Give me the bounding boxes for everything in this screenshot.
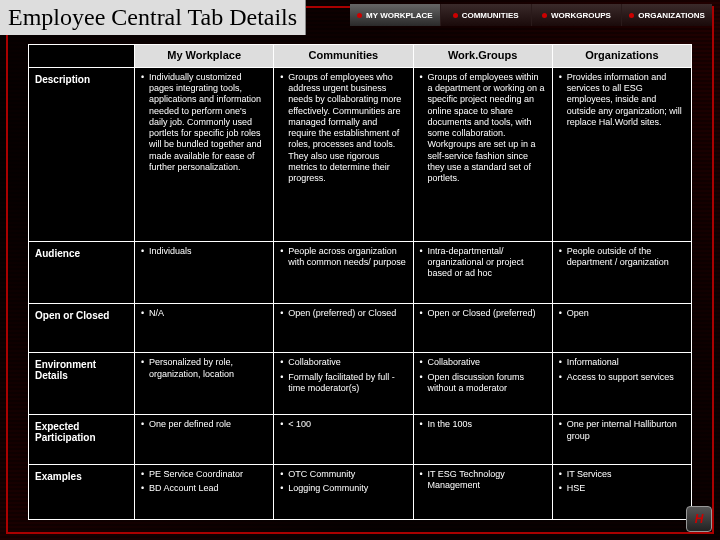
cell-item: One per defined role	[141, 419, 267, 430]
cell-item: N/A	[141, 308, 267, 319]
row-label: Audience	[29, 242, 135, 303]
tab-dot-icon	[629, 13, 634, 18]
cell-item: PE Service Coordinator	[141, 469, 267, 480]
cell-item: OTC Community	[280, 469, 406, 480]
tab-communities[interactable]: COMMUNITIES	[441, 4, 531, 26]
tab-dot-icon	[357, 13, 362, 18]
cell-item: People outside of the department / organ…	[559, 246, 685, 269]
row-label: Expected Participation	[29, 415, 135, 464]
table-cell: Open or Closed (preferred)	[414, 304, 553, 353]
tab-label: WORKGROUPS	[551, 11, 611, 20]
column-header: My Workplace	[135, 45, 274, 67]
row-label: Description	[29, 68, 135, 241]
table-cell: Open (preferred) or Closed	[274, 304, 413, 353]
tab-dot-icon	[542, 13, 547, 18]
table-cell: One per internal Halliburton group	[553, 415, 691, 464]
table-cell: CollaborativeFormally facilitated by ful…	[274, 353, 413, 414]
table-cell: One per defined role	[135, 415, 274, 464]
table-cell: OTC CommunityLogging Community	[274, 465, 413, 519]
table-row: ExamplesPE Service CoordinatorBD Account…	[29, 465, 691, 519]
cell-item: Access to support services	[559, 372, 685, 383]
cell-item: Open (preferred) or Closed	[280, 308, 406, 319]
table-cell: Intra-departmental/ organizational or pr…	[414, 242, 553, 303]
tab-label: COMMUNITIES	[462, 11, 519, 20]
cell-item: Groups of employees within a department …	[420, 72, 546, 185]
table-cell: Individually customized pages integratin…	[135, 68, 274, 241]
brand-logo: H	[686, 506, 712, 532]
column-header: Organizations	[553, 45, 691, 67]
table-cell: Groups of employees within a department …	[414, 68, 553, 241]
cell-item: Individually customized pages integratin…	[141, 72, 267, 173]
tab-label: MY WORKPLACE	[366, 11, 433, 20]
tab-organizations[interactable]: ORGANIZATIONS	[622, 4, 712, 26]
cell-item: One per internal Halliburton group	[559, 419, 685, 442]
cell-item: In the 100s	[420, 419, 546, 430]
table-cell: Open	[553, 304, 691, 353]
table-cell: PE Service CoordinatorBD Account Lead	[135, 465, 274, 519]
table-cell: Personalized by role, organization, loca…	[135, 353, 274, 414]
cell-item: Individuals	[141, 246, 267, 257]
column-header: Work.Groups	[414, 45, 553, 67]
cell-item: Personalized by role, organization, loca…	[141, 357, 267, 380]
cell-item: Open discussion forums without a moderat…	[420, 372, 546, 395]
cell-item: Open or Closed (preferred)	[420, 308, 546, 319]
table-cell: Individuals	[135, 242, 274, 303]
table-cell: In the 100s	[414, 415, 553, 464]
table-cell: Groups of employees who address urgent b…	[274, 68, 413, 241]
top-nav-tabs: MY WORKPLACECOMMUNITIESWORKGROUPSORGANIZ…	[350, 4, 712, 26]
cell-item: Collaborative	[420, 357, 546, 368]
table-cell: CollaborativeOpen discussion forums with…	[414, 353, 553, 414]
table-row: Environment DetailsPersonalized by role,…	[29, 353, 691, 415]
tab-workgroups[interactable]: WORKGROUPS	[532, 4, 622, 26]
row-label: Environment Details	[29, 353, 135, 414]
table-cell: N/A	[135, 304, 274, 353]
cell-item: Open	[559, 308, 685, 319]
table-cell: IT ServicesHSE	[553, 465, 691, 519]
table-header-row: My WorkplaceCommunitiesWork.GroupsOrgani…	[29, 45, 691, 68]
cell-item: Groups of employees who address urgent b…	[280, 72, 406, 185]
tab-my-workplace[interactable]: MY WORKPLACE	[350, 4, 440, 26]
cell-item: IT ESG Technology Management	[420, 469, 546, 492]
column-header: Communities	[274, 45, 413, 67]
table-cell: IT ESG Technology Management	[414, 465, 553, 519]
table-cell: Provides information and services to all…	[553, 68, 691, 241]
table-cell: InformationalAccess to support services	[553, 353, 691, 414]
cell-item: IT Services	[559, 469, 685, 480]
table-row: AudienceIndividualsPeople across organiz…	[29, 242, 691, 304]
page-title: Employee Central Tab Details	[8, 4, 297, 31]
tab-label: ORGANIZATIONS	[638, 11, 705, 20]
row-label: Examples	[29, 465, 135, 519]
cell-item: People across organization with common n…	[280, 246, 406, 269]
details-table: My WorkplaceCommunitiesWork.GroupsOrgani…	[28, 44, 692, 520]
cell-item: Logging Community	[280, 483, 406, 494]
table-row: DescriptionIndividually customized pages…	[29, 68, 691, 242]
table-cell: People outside of the department / organ…	[553, 242, 691, 303]
cell-item: Formally facilitated by full -time moder…	[280, 372, 406, 395]
cell-item: Intra-departmental/ organizational or pr…	[420, 246, 546, 280]
cell-item: Provides information and services to all…	[559, 72, 685, 128]
header-spacer	[29, 45, 135, 67]
table-row: Expected ParticipationOne per defined ro…	[29, 415, 691, 465]
cell-item: HSE	[559, 483, 685, 494]
table-cell: < 100	[274, 415, 413, 464]
cell-item: Informational	[559, 357, 685, 368]
table-row: Open or ClosedN/AOpen (preferred) or Clo…	[29, 304, 691, 354]
cell-item: < 100	[280, 419, 406, 430]
tab-dot-icon	[453, 13, 458, 18]
table-cell: People across organization with common n…	[274, 242, 413, 303]
cell-item: Collaborative	[280, 357, 406, 368]
row-label: Open or Closed	[29, 304, 135, 353]
cell-item: BD Account Lead	[141, 483, 267, 494]
